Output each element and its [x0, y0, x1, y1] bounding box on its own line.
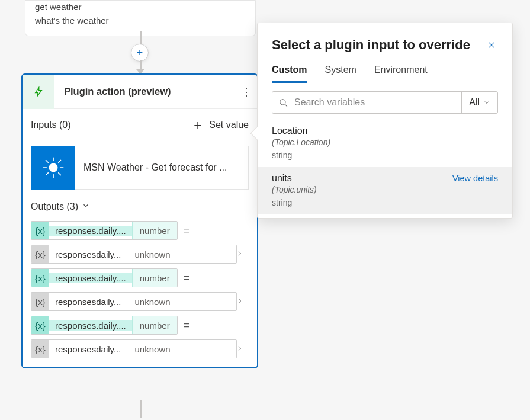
add-node-button[interactable]: +	[131, 44, 149, 62]
variable-icon: {x}	[31, 293, 49, 310]
tab-custom[interactable]: Custom	[272, 65, 307, 83]
variable-chip[interactable]: {x}responsesdaily...unknown	[31, 245, 237, 264]
variable-chip[interactable]: {x}responses.daily....number	[31, 221, 178, 240]
more-menu-button[interactable]: ⋮	[236, 85, 257, 98]
panel-title: Select a plugin input to override	[272, 37, 470, 53]
trigger-phrase: get weather	[35, 1, 246, 14]
variable-type: unknown	[127, 340, 177, 358]
output-row[interactable]: {x}responses.daily....number=	[31, 220, 249, 241]
variable-row[interactable]: Location(Topic.Location)string	[258, 120, 512, 167]
close-button[interactable]	[485, 39, 498, 52]
inputs-header: Inputs (0) ＋ Set value	[23, 109, 257, 135]
chevron-down-icon	[483, 99, 490, 106]
svg-line-10	[285, 104, 287, 106]
variable-type: number	[132, 269, 177, 287]
output-row[interactable]: {x}responsesdaily...unknown	[31, 291, 249, 312]
variable-path: (Topic.units)	[272, 185, 498, 194]
plugin-action-card: Plugin action (preview) ⋮ Inputs (0) ＋ S…	[21, 73, 258, 368]
svg-line-6	[59, 173, 61, 175]
output-row[interactable]: {x}responsesdaily...unknown	[31, 339, 249, 359]
equals-sign: =	[178, 319, 196, 332]
variable-chip[interactable]: {x}responsesdaily...unknown	[31, 292, 237, 311]
variable-name: responsesdaily...	[49, 249, 127, 259]
svg-point-0	[49, 163, 58, 172]
variable-chip[interactable]: {x}responses.daily....number	[31, 268, 178, 287]
chevron-right-icon	[237, 295, 249, 309]
variable-name: Location	[272, 126, 308, 136]
lightning-icon	[23, 75, 54, 109]
plugin-label: MSN Weather - Get forecast for ...	[75, 162, 235, 173]
svg-line-8	[59, 161, 61, 163]
more-icon: ⋮	[241, 85, 252, 98]
tabs: Custom System Environment	[258, 56, 512, 83]
variable-chip[interactable]: {x}responses.daily....number	[31, 316, 178, 335]
search-box[interactable]	[272, 92, 461, 113]
variable-type: unknown	[127, 245, 177, 263]
plus-icon: ＋	[191, 116, 204, 134]
view-details-link[interactable]: View details	[452, 174, 498, 183]
search-row: All	[272, 91, 498, 114]
weather-icon	[31, 146, 75, 190]
inputs-label: Inputs (0)	[31, 120, 71, 130]
variable-picker-panel: Select a plugin input to override Custom…	[257, 23, 513, 219]
variable-icon: {x}	[31, 316, 49, 334]
variable-icon: {x}	[31, 340, 49, 358]
trigger-phrase: what's the weather	[35, 14, 246, 28]
card-header[interactable]: Plugin action (preview) ⋮	[23, 75, 257, 109]
outputs-toggle[interactable]: Outputs (3)	[23, 194, 257, 217]
variable-type: unknown	[127, 293, 177, 310]
variable-type: number	[132, 222, 177, 239]
variable-name: responsesdaily...	[49, 297, 127, 307]
set-value-label: Set value	[209, 120, 249, 130]
variable-name: responses.daily....	[49, 226, 132, 236]
variable-type: number	[132, 316, 177, 334]
tab-environment[interactable]: Environment	[374, 65, 428, 83]
variable-icon: {x}	[31, 245, 49, 263]
plugin-reference[interactable]: MSN Weather - Get forecast for ...	[31, 146, 249, 190]
outputs-label: Outputs (3)	[31, 201, 78, 212]
variable-name: responses.daily....	[49, 320, 132, 331]
variable-chip[interactable]: {x}responsesdaily...unknown	[31, 339, 237, 358]
svg-line-7	[46, 173, 49, 175]
output-row[interactable]: {x}responsesdaily...unknown	[31, 244, 249, 264]
variable-type: string	[272, 150, 498, 160]
chevron-right-icon	[237, 342, 249, 356]
output-row[interactable]: {x}responses.daily....number=	[31, 315, 249, 335]
chevron-down-icon	[82, 201, 90, 212]
variable-name: responses.daily....	[49, 273, 132, 283]
variable-icon: {x}	[31, 222, 49, 239]
tab-system[interactable]: System	[325, 65, 356, 83]
variable-path: (Topic.Location)	[272, 137, 498, 147]
equals-sign: =	[178, 272, 196, 284]
plus-icon: +	[137, 47, 143, 59]
chevron-right-icon	[237, 248, 249, 261]
filter-label: All	[469, 97, 480, 108]
output-row[interactable]: {x}responses.daily....number=	[31, 268, 249, 288]
card-title: Plugin action (preview)	[54, 86, 236, 97]
set-value-button[interactable]: ＋ Set value	[191, 116, 249, 134]
variable-row[interactable]: unitsView details(Topic.units)string	[258, 167, 512, 214]
connector-line	[140, 400, 142, 418]
filter-dropdown[interactable]: All	[461, 92, 497, 113]
search-icon	[278, 98, 288, 108]
connector-line	[140, 31, 142, 44]
search-input[interactable]	[293, 97, 455, 108]
variable-name: units	[272, 173, 292, 184]
variable-icon: {x}	[31, 269, 49, 287]
svg-point-9	[280, 99, 285, 104]
equals-sign: =	[178, 225, 196, 237]
variable-name: responsesdaily...	[49, 344, 127, 354]
variable-type: string	[272, 198, 498, 207]
svg-line-5	[46, 161, 49, 163]
